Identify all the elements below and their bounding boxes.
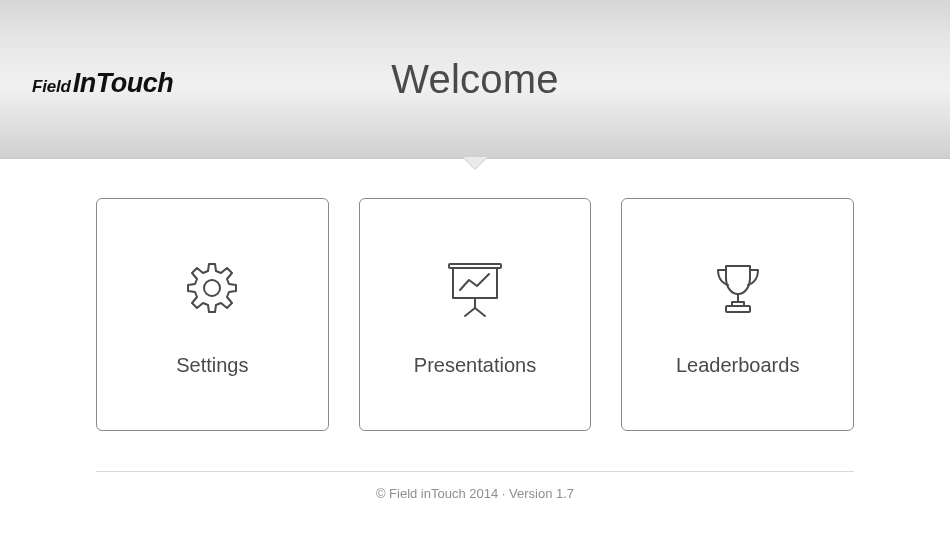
brand-part3: Touch bbox=[96, 68, 174, 98]
svg-rect-2 bbox=[453, 268, 497, 298]
tile-label: Leaderboards bbox=[676, 354, 799, 377]
tile-label: Settings bbox=[176, 354, 248, 377]
chevron-down-icon bbox=[462, 157, 488, 170]
tile-leaderboards[interactable]: Leaderboards bbox=[621, 198, 854, 431]
brand-logo: FieldInTouch bbox=[32, 68, 173, 99]
trophy-icon bbox=[708, 252, 768, 324]
tile-presentations[interactable]: Presentations bbox=[359, 198, 592, 431]
tile-label: Presentations bbox=[414, 354, 536, 377]
header: FieldInTouch Welcome bbox=[0, 0, 950, 159]
brand-part2: In bbox=[73, 68, 96, 98]
gear-icon bbox=[184, 252, 240, 324]
svg-line-5 bbox=[475, 308, 485, 316]
svg-rect-8 bbox=[726, 306, 750, 312]
svg-point-0 bbox=[204, 280, 220, 296]
presentation-icon bbox=[443, 252, 507, 324]
tile-settings[interactable]: Settings bbox=[96, 198, 329, 431]
footer-text: © Field inTouch 2014 · Version 1.7 bbox=[0, 472, 950, 501]
svg-line-4 bbox=[465, 308, 475, 316]
brand-part1: Field bbox=[32, 77, 71, 96]
tile-grid: Settings Presentations bbox=[0, 159, 950, 431]
